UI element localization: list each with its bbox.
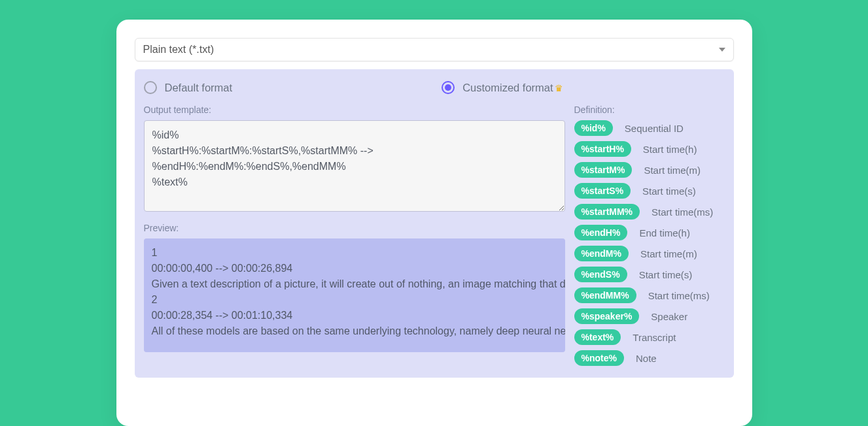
preview-area: Preview: 1 00:00:00,400 --> 00:00:26,894…: [144, 223, 565, 352]
radio-customized-text: Customized format: [462, 82, 553, 93]
definition-description: Start time(ms): [648, 290, 710, 301]
definition-token-badge[interactable]: %endM%: [574, 246, 629, 261]
definition-token-badge[interactable]: %startMM%: [574, 204, 640, 220]
definition-row: %startH%Start time(h): [574, 141, 725, 157]
definition-row: %startS%Start time(s): [574, 183, 725, 199]
panel-columns: Output template: Preview: 1 00:00:00,400…: [144, 105, 725, 366]
radio-default-format[interactable]: Default format: [144, 81, 233, 94]
definition-description: Start time(s): [642, 186, 696, 197]
file-format-select-row: Plain text (*.txt): [135, 38, 734, 61]
definition-description: Sequential ID: [625, 123, 684, 134]
chevron-down-icon: [719, 48, 725, 52]
radio-default-label: Default format: [165, 82, 233, 94]
definition-description: Start time(m): [644, 165, 701, 176]
definition-row: %id%Sequential ID: [574, 120, 725, 136]
definition-row: %startM%Start time(m): [574, 162, 725, 178]
file-format-select[interactable]: Plain text (*.txt): [135, 38, 734, 61]
definition-token-badge[interactable]: %endMM%: [574, 287, 636, 303]
definition-token-badge[interactable]: %speaker%: [574, 308, 640, 324]
right-column: Definition: %id%Sequential ID%startH%Sta…: [574, 105, 725, 366]
definition-token-badge[interactable]: %startS%: [574, 183, 631, 199]
preview-label: Preview:: [144, 223, 565, 233]
output-template-textarea[interactable]: [144, 120, 565, 212]
export-settings-card: Plain text (*.txt) Default format Custom…: [116, 20, 752, 426]
definition-description: Transcript: [633, 332, 676, 343]
definition-description: Start time(h): [643, 144, 697, 155]
definition-token-badge[interactable]: %endH%: [574, 225, 628, 240]
definition-label: Definition:: [574, 105, 725, 115]
definition-description: Note: [636, 353, 657, 364]
definition-description: Speaker: [651, 311, 687, 322]
definition-token-badge[interactable]: %text%: [574, 329, 621, 345]
definition-token-badge[interactable]: %id%: [574, 120, 613, 136]
radio-icon: [442, 81, 455, 94]
output-template-label: Output template:: [144, 105, 565, 115]
definition-token-badge[interactable]: %startH%: [574, 141, 631, 157]
preview-box[interactable]: 1 00:00:00,400 --> 00:00:26,894 Given a …: [144, 238, 565, 352]
radio-icon: [144, 81, 157, 94]
definition-row: %speaker%Speaker: [574, 308, 725, 324]
definition-description: End time(h): [639, 227, 690, 238]
definition-row: %endMM%Start time(ms): [574, 287, 725, 303]
definition-token-badge[interactable]: %startM%: [574, 162, 633, 178]
definition-row: %text%Transcript: [574, 329, 725, 345]
definition-row: %note%Note: [574, 350, 725, 366]
format-radio-group: Default format Customized format♛: [144, 78, 725, 105]
definition-token-badge[interactable]: %note%: [574, 350, 624, 366]
radio-customized-label: Customized format♛: [462, 82, 563, 94]
definition-row: %endS%Start time(s): [574, 267, 725, 282]
format-panel: Default format Customized format♛ Output…: [135, 69, 734, 378]
definition-description: Start time(m): [640, 248, 697, 259]
radio-customized-format[interactable]: Customized format♛: [442, 81, 563, 94]
definition-description: Start time(ms): [651, 206, 713, 218]
definition-description: Start time(s): [639, 269, 693, 280]
definition-row: %startMM%Start time(ms): [574, 204, 725, 220]
definition-list: %id%Sequential ID%startH%Start time(h)%s…: [574, 120, 725, 366]
definition-row: %endH%End time(h): [574, 225, 725, 240]
definition-row: %endM%Start time(m): [574, 246, 725, 261]
left-column: Output template: Preview: 1 00:00:00,400…: [144, 105, 565, 352]
crown-icon: ♛: [555, 83, 563, 93]
file-format-value: Plain text (*.txt): [143, 44, 214, 56]
definition-token-badge[interactable]: %endS%: [574, 267, 627, 282]
